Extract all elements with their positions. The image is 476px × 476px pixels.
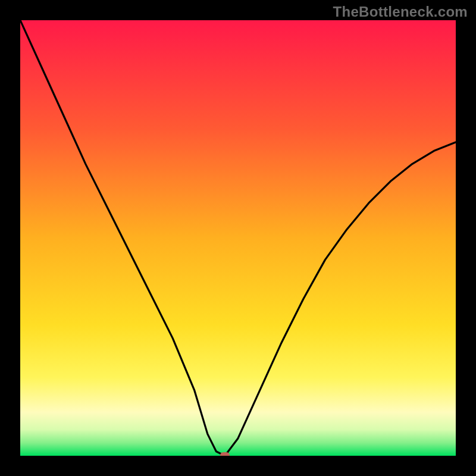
chart-frame: TheBottleneck.com xyxy=(0,0,476,476)
optimal-point-marker xyxy=(220,452,230,456)
plot-area xyxy=(20,20,456,456)
watermark-text: TheBottleneck.com xyxy=(333,4,468,20)
bottleneck-curve xyxy=(20,20,456,456)
